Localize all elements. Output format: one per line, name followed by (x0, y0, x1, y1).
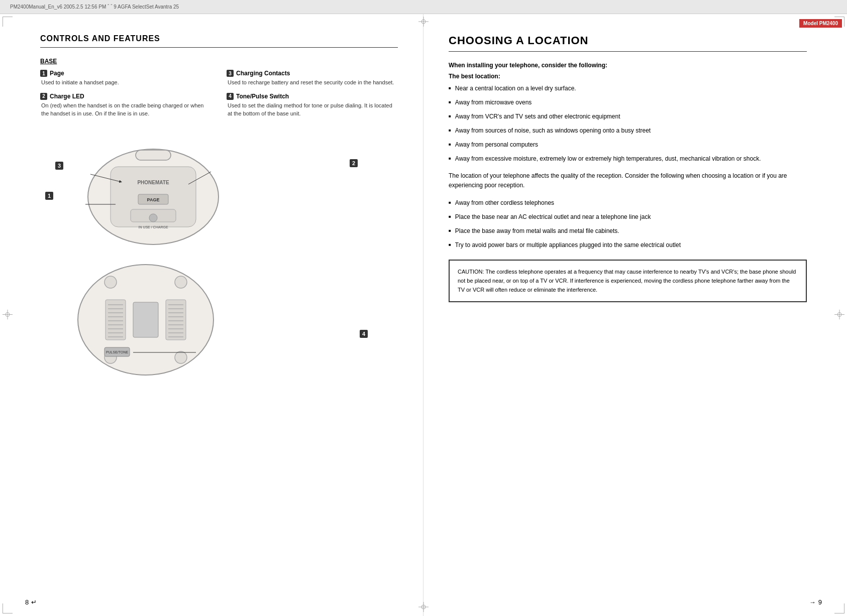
feature-3-desc: Used to recharge battery and reset the s… (227, 78, 398, 87)
intro-text: When installing your telephone, consider… (449, 62, 807, 69)
list-item-1: Away from microwave ovens (449, 98, 807, 107)
list-item-4-text: Away from personal computers (455, 140, 538, 149)
right-page-title: CHOOSING A LOCATION (449, 34, 807, 52)
svg-text:PHONEMATE: PHONEMATE (137, 180, 169, 185)
svg-point-13 (104, 276, 117, 288)
page-container: PM2400Manual_En_v6 2005.2.5 12:56 PM ˆ ˆ… (0, 0, 847, 616)
reception-item-0-text: Away from other cordless telephones (455, 198, 554, 207)
svg-rect-1 (136, 150, 171, 160)
reception-item-3-text: Try to avoid power bars or multiple appl… (455, 240, 681, 250)
page-num-right: 9 (809, 598, 822, 606)
reception-item-2-text: Place the base away from metal walls and… (455, 226, 619, 235)
feature-item-3: 3 Charging Contacts Used to recharge bat… (227, 70, 398, 87)
main-content: CONTROLS AND FEATURES BASE 1 Page Used t… (0, 14, 847, 616)
base-label: BASE (40, 58, 398, 65)
phone-bottom-svg: PULSE/TONE (65, 250, 226, 385)
svg-point-14 (175, 276, 187, 288)
svg-text:PAGE: PAGE (147, 197, 160, 202)
caution-text: CAUTION: The cordless telephone operates… (458, 269, 796, 292)
svg-rect-17 (105, 300, 126, 340)
feature-item-2: 2 Charge LED On (red) when the handset i… (40, 93, 211, 118)
reception-item-0: Away from other cordless telephones (449, 198, 807, 207)
left-page: CONTROLS AND FEATURES BASE 1 Page Used t… (0, 14, 424, 616)
feature-3-title: 3 Charging Contacts (227, 70, 398, 77)
feature-item-4: 4 Tone/Pulse Switch Used to set the dial… (227, 93, 398, 118)
feature-1-desc: Used to initiate a handset page. (40, 78, 211, 87)
feature-4-num: 4 (227, 93, 234, 100)
page-num-right-value: 9 (818, 598, 822, 606)
svg-point-16 (175, 351, 187, 363)
feature-2-title: 2 Charge LED (40, 93, 211, 100)
feature-2-label: Charge LED (50, 93, 84, 100)
top-bar: PM2400Manual_En_v6 2005.2.5 12:56 PM ˆ ˆ… (0, 0, 847, 14)
features-right-col: 3 Charging Contacts Used to recharge bat… (227, 70, 398, 124)
list-item-4: Away from personal computers (449, 140, 807, 149)
feature-3-num: 3 (227, 70, 234, 77)
caution-box: CAUTION: The cordless telephone operates… (449, 260, 807, 302)
feature-4-label: Tone/Pulse Switch (236, 93, 289, 100)
feature-grid: 1 Page Used to initiate a handset page. … (40, 70, 398, 124)
callout-4: 4 (360, 330, 368, 338)
reception-item-3: Try to avoid power bars or multiple appl… (449, 240, 807, 250)
page-num-left-value: 8 (25, 598, 29, 606)
right-page: Model PM2400 CHOOSING A LOCATION When in… (424, 14, 847, 616)
features-left-col: 1 Page Used to initiate a handset page. … (40, 70, 211, 124)
reception-para: The location of your telephone affects t… (449, 171, 807, 190)
list-item-3-text: Away from sources of noise, such as wind… (455, 126, 651, 135)
reception-item-2: Place the base away from metal walls and… (449, 226, 807, 235)
list-item-0-text: Near a central location on a level dry s… (455, 84, 576, 93)
page-num-left: 8 (25, 598, 37, 606)
callout-3: 3 (55, 162, 63, 170)
feature-4-desc: Used to set the dialing method for tone … (227, 101, 398, 118)
svg-rect-37 (133, 302, 158, 337)
reception-list: Away from other cordless telephones Plac… (449, 198, 807, 250)
svg-point-6 (149, 214, 157, 222)
reception-item-1: Place the base near an AC electrical out… (449, 212, 807, 221)
corner-mark-tr (834, 17, 844, 27)
feature-item-1: 1 Page Used to initiate a handset page. (40, 70, 211, 87)
list-item-2: Away from VCR's and TV sets and other el… (449, 112, 807, 121)
svg-text:PULSE/TONE: PULSE/TONE (106, 350, 129, 354)
list-item-1-text: Away from microwave ovens (455, 98, 532, 107)
cross-left (3, 309, 13, 321)
svg-rect-27 (166, 300, 186, 340)
feature-1-title: 1 Page (40, 70, 211, 77)
list-item-3: Away from sources of noise, such as wind… (449, 126, 807, 135)
diagram-area: 3 1 2 4 (40, 134, 398, 395)
feature-2-desc: On (red) when the handset is on the crad… (40, 101, 211, 118)
cross-bottom (418, 602, 429, 613)
list-item-5: Away from excessive moisture, extremely … (449, 154, 807, 163)
svg-text:IN USE / CHARGE: IN USE / CHARGE (138, 225, 168, 229)
feature-1-num: 1 (40, 70, 47, 77)
reception-item-1-text: Place the base near an AC electrical out… (455, 212, 651, 221)
top-bar-text: PM2400Manual_En_v6 2005.2.5 12:56 PM ˆ ˆ… (10, 4, 179, 10)
left-page-title: CONTROLS AND FEATURES (40, 34, 398, 48)
phone-top-svg: PAGE PHONEMATE IN USE / CHARGE (75, 144, 231, 250)
forward-arrow-icon (809, 598, 816, 606)
list-item-2-text: Away from VCR's and TV sets and other el… (455, 112, 620, 121)
corner-mark-br (834, 603, 844, 613)
list-item-5-text: Away from excessive moisture, extremely … (455, 154, 761, 163)
list-item-0: Near a central location on a level dry s… (449, 84, 807, 93)
best-location-list: Near a central location on a level dry s… (449, 84, 807, 163)
callout-2: 2 (350, 159, 358, 167)
feature-4-title: 4 Tone/Pulse Switch (227, 93, 398, 100)
cross-top (418, 17, 429, 28)
back-arrow-icon (31, 598, 37, 606)
callout-1: 1 (45, 192, 53, 200)
feature-1-label: Page (50, 70, 64, 77)
feature-3-label: Charging Contacts (236, 70, 290, 77)
feature-2-num: 2 (40, 93, 47, 100)
best-location-title: The best location: (449, 73, 807, 80)
cross-right (834, 309, 844, 321)
